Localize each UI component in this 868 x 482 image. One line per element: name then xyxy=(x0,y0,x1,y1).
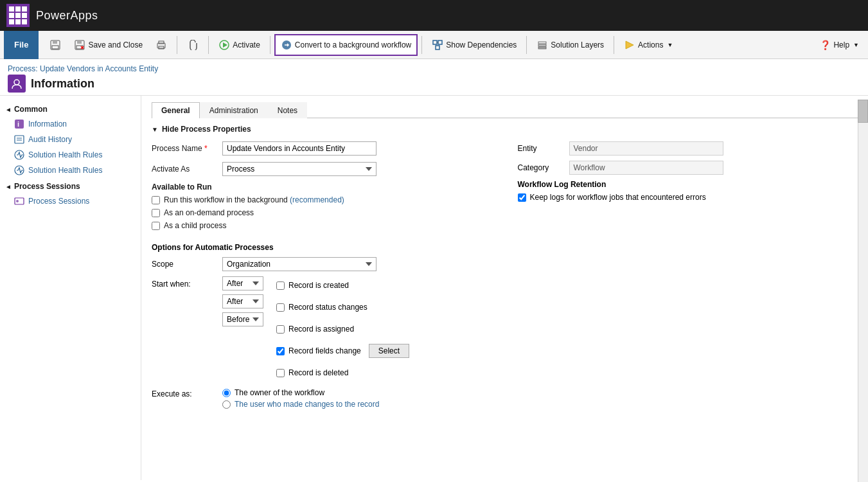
svg-rect-1 xyxy=(53,40,57,44)
show-dependencies-button[interactable]: Show Dependencies xyxy=(426,34,522,56)
solution-layers-icon xyxy=(536,39,548,51)
waffle-menu[interactable] xyxy=(6,4,30,27)
svg-rect-19 xyxy=(538,44,546,46)
category-row: Category Workflow xyxy=(518,161,858,175)
save-close-button[interactable]: Save and Close xyxy=(68,34,148,56)
sidebar-item-solution-health-2-label: Solution Health Rules xyxy=(28,166,102,175)
chk-ondemand-row: As an on-demand process xyxy=(152,208,492,217)
sidebar-item-information[interactable]: i Information xyxy=(0,116,141,132)
tab-administration[interactable]: Administration xyxy=(200,102,268,118)
svg-rect-14 xyxy=(433,40,437,44)
tab-general-label: General xyxy=(161,106,190,115)
recommended-link[interactable]: (recommended) xyxy=(290,195,344,204)
chk-record-deleted-label: Record is deleted xyxy=(288,368,348,377)
separator-3 xyxy=(270,36,270,54)
chk-record-created-label: Record is created xyxy=(288,281,349,290)
tab-notes[interactable]: Notes xyxy=(268,102,307,118)
check-created-row: Record is created xyxy=(276,276,409,294)
chk-background[interactable] xyxy=(152,196,160,204)
help-label: Help xyxy=(833,40,849,49)
auto-processes-title: Options for Automatic Processes xyxy=(152,243,858,252)
chk-child-row: As a child process xyxy=(152,221,492,230)
activate-as-select[interactable]: Process Template xyxy=(222,162,376,176)
activate-icon xyxy=(218,39,230,51)
tab-notes-label: Notes xyxy=(278,106,297,115)
breadcrumb-prefix: Process: xyxy=(8,64,38,73)
chk-record-fields-label: Record fields change xyxy=(288,346,361,355)
print-button[interactable] xyxy=(150,34,173,56)
breadcrumb: Process: Update Vendors in Accounts Enti… xyxy=(8,64,860,73)
process-sessions-label: Process Sessions xyxy=(14,182,80,191)
main-layout: ◄ Common i Information Audit History Sol… xyxy=(0,96,868,480)
sidebar-item-process-sessions[interactable]: Process Sessions xyxy=(0,193,141,209)
waffle-icon xyxy=(9,6,27,24)
svg-point-23 xyxy=(14,80,19,85)
chk-record-assigned[interactable] xyxy=(276,325,285,334)
show-dependencies-label: Show Dependencies xyxy=(446,40,517,49)
attach-button[interactable] xyxy=(181,34,204,56)
section-header-hide-process[interactable]: ▼ Hide Process Properties xyxy=(152,125,858,134)
tab-general[interactable]: General xyxy=(152,102,200,118)
start-when-selects: After Before After Before Before After xyxy=(222,276,263,326)
sidebar-section-process-sessions[interactable]: ◄ Process Sessions xyxy=(0,178,141,193)
sidebar-section-common[interactable]: ◄ Common xyxy=(0,101,141,116)
chk-record-status-label: Record status changes xyxy=(288,303,368,312)
entity-label: Entity xyxy=(518,144,569,153)
radio-user-row: The user who made changes to the record xyxy=(222,400,379,409)
start-when-select-1[interactable]: After Before xyxy=(222,276,263,290)
file-button[interactable]: File xyxy=(4,31,39,59)
svg-rect-20 xyxy=(538,42,546,44)
content-area: General Administration Notes ▼ Hide Proc… xyxy=(141,96,868,480)
chk-child[interactable] xyxy=(152,222,160,230)
solution-layers-button[interactable]: Solution Layers xyxy=(531,34,610,56)
execute-as-row: Execute as: The owner of the workflow Th… xyxy=(152,388,858,409)
form-right: Entity Vendor Category Workflow Workflow… xyxy=(518,141,858,234)
svg-text:i: i xyxy=(17,120,19,128)
chk-ondemand-label: As an on-demand process xyxy=(164,208,254,217)
actions-button[interactable]: Actions ▼ xyxy=(618,34,678,56)
section-header-label: Hide Process Properties xyxy=(162,125,251,134)
svg-rect-18 xyxy=(538,47,546,49)
check-assigned-row: Record is assigned xyxy=(276,320,409,338)
svg-marker-12 xyxy=(223,42,227,48)
chk-record-deleted[interactable] xyxy=(276,369,285,377)
help-button[interactable]: ❓ Help ▼ xyxy=(815,37,864,53)
process-name-row: Process Name xyxy=(152,141,492,156)
activate-button[interactable]: Activate xyxy=(213,34,266,56)
form-left: Process Name Activate As Process Templat… xyxy=(152,141,492,234)
page-header: Process: Update Vendors in Accounts Enti… xyxy=(0,59,868,96)
radio-owner[interactable] xyxy=(222,389,231,397)
radio-user[interactable] xyxy=(222,400,231,409)
start-when-select-2[interactable]: After Before xyxy=(222,294,263,308)
radio-user-label[interactable]: The user who made changes to the record xyxy=(235,400,379,409)
chk-ondemand[interactable] xyxy=(152,209,160,217)
svg-marker-21 xyxy=(626,41,633,49)
sidebar-item-solution-health-2[interactable]: Solution Health Rules xyxy=(0,163,141,178)
app-title: PowerApps xyxy=(36,9,98,22)
chk-record-created[interactable] xyxy=(276,281,285,290)
chk-record-status[interactable] xyxy=(276,303,285,312)
convert-icon xyxy=(281,39,292,51)
process-name-input[interactable] xyxy=(222,141,376,156)
save-close-label: Save and Close xyxy=(88,40,143,49)
available-to-run-title: Available to Run xyxy=(152,183,492,192)
scope-select[interactable]: Organization User Business Unit Parent: … xyxy=(222,257,376,271)
separator-6 xyxy=(614,36,614,54)
scroll-track xyxy=(858,100,868,480)
scroll-thumb[interactable] xyxy=(858,100,868,123)
health-icon-1 xyxy=(14,150,24,160)
sidebar-item-audit-history[interactable]: Audit History xyxy=(0,132,141,147)
convert-button[interactable]: Convert to a background workflow xyxy=(274,34,418,56)
save-button[interactable] xyxy=(44,34,67,56)
process-sessions-icon xyxy=(14,196,24,206)
wf-log-checkbox[interactable] xyxy=(518,193,526,202)
sidebar-item-process-sessions-label: Process Sessions xyxy=(28,197,89,206)
start-when-select-3[interactable]: Before After xyxy=(222,312,263,326)
convert-label: Convert to a background workflow xyxy=(295,40,411,49)
chk-record-fields[interactable] xyxy=(276,347,285,355)
select-button[interactable]: Select xyxy=(369,344,409,358)
tabs: General Administration Notes xyxy=(152,102,858,118)
process-name-label: Process Name xyxy=(152,144,222,153)
sidebar-item-solution-health-1[interactable]: Solution Health Rules xyxy=(0,147,141,163)
ribbon: File Save and Close Activate xyxy=(0,31,868,59)
